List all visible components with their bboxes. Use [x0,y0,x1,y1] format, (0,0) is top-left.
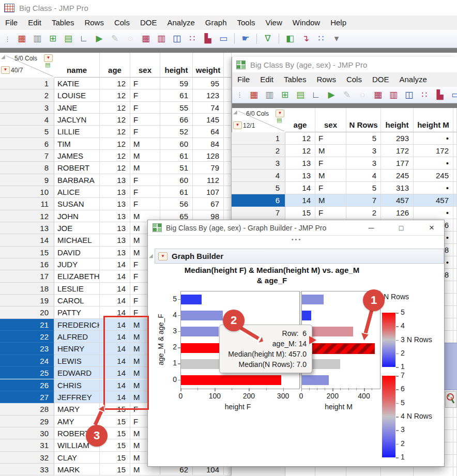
tooltip-pointer-icon [309,336,316,344]
callout-arrows [0,0,457,476]
jmp-desktop: Big Class - JMP Pro FileEditTablesRowsCo… [0,0,457,476]
annotation-layer: Row: 6age_M: 14Median(height M): 457.0Me… [0,0,457,476]
callout-2: 2 [223,310,245,331]
callout-1: 1 [363,289,385,311]
callout-3: 3 [86,425,108,447]
